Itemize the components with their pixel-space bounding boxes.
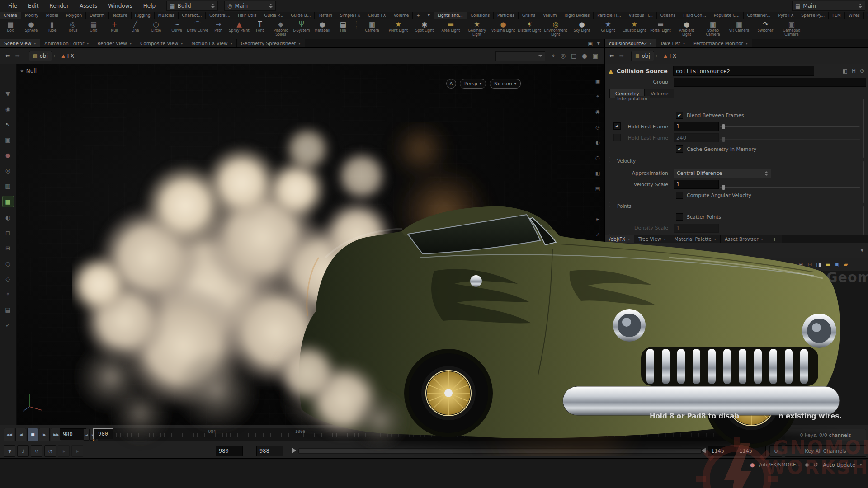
shelf-tool[interactable]: ◎ Environment Light bbox=[542, 19, 569, 37]
breadcrumb-root[interactable]: ▤ obj bbox=[29, 51, 52, 61]
toolbar-icon[interactable]: ⊞ bbox=[3, 243, 14, 253]
network-toolbar-icon[interactable]: ≡ bbox=[787, 261, 796, 267]
network-toolbar-icon[interactable]: ⊡ bbox=[805, 261, 814, 267]
display-option-icon[interactable]: ▣ bbox=[593, 76, 602, 85]
shelf-tab[interactable]: Oceans bbox=[657, 12, 679, 19]
network-toolbar-icon[interactable]: ▣ bbox=[832, 261, 841, 267]
shelf-tool[interactable]: ● Sphere bbox=[21, 19, 42, 37]
shelf-tool[interactable]: ● Sky Light bbox=[569, 19, 595, 37]
shelf-tool[interactable]: → Path bbox=[208, 19, 229, 37]
pane-tab[interactable]: Tree View▾ bbox=[634, 235, 670, 243]
shelf-tool[interactable]: ▬ Portal Light bbox=[647, 19, 674, 37]
pathbar-icon[interactable]: ● bbox=[582, 52, 587, 60]
menu-item[interactable]: File bbox=[3, 3, 23, 9]
shelf-tool[interactable]: T Font bbox=[250, 19, 270, 37]
pane-tab[interactable]: collisionsource2▾ bbox=[605, 39, 656, 47]
shelf-tab[interactable]: Create bbox=[0, 12, 21, 19]
display-option-icon[interactable]: ◐ bbox=[593, 138, 602, 147]
update-mode-dropdown[interactable]: Auto Update bbox=[823, 462, 855, 468]
toolbar-icon[interactable]: ✓ bbox=[3, 319, 14, 330]
blend-between-frames-checkbox[interactable]: ✔ bbox=[676, 112, 683, 119]
display-option-icon[interactable]: ○ bbox=[593, 153, 602, 162]
group-field[interactable] bbox=[674, 78, 866, 87]
hold-last-frame-slider[interactable] bbox=[720, 139, 860, 140]
chevron-down-icon[interactable]: ▼ bbox=[861, 249, 868, 253]
transport-button[interactable]: ◀ bbox=[15, 428, 26, 441]
pane-tab[interactable]: Motion FX View▾ bbox=[187, 39, 236, 47]
display-option-icon[interactable]: ◉ bbox=[593, 107, 602, 116]
shelf-tool[interactable]: ▣ Stereo Camera bbox=[700, 19, 726, 37]
network-toolbar-icon[interactable]: ▰ bbox=[841, 261, 850, 267]
cache-geometry-checkbox[interactable]: ✔ bbox=[676, 145, 683, 153]
toolbar-icon[interactable]: ◐ bbox=[3, 212, 14, 223]
network-node[interactable] bbox=[618, 414, 635, 421]
display-option-icon[interactable]: ⊞ bbox=[593, 215, 602, 224]
playbar-option-icon[interactable]: ◔ bbox=[44, 445, 56, 457]
playhead-marker[interactable]: 980 bbox=[93, 428, 113, 439]
network-menu-item[interactable]: Layout bbox=[722, 261, 746, 267]
shelf-tool[interactable]: ◎ Torus bbox=[62, 19, 83, 37]
breadcrumb-current[interactable]: ▲ FX bbox=[57, 51, 78, 61]
network-canvas[interactable]: Geometry blast5 attribdelete1 bbox=[605, 271, 868, 425]
pathbar-icon[interactable]: ◎ bbox=[561, 52, 566, 60]
shelf-tool[interactable]: ▣ Camera bbox=[359, 19, 385, 37]
shelf-tab[interactable]: Guide B... bbox=[287, 12, 315, 19]
current-frame-field[interactable]: 980 bbox=[60, 428, 86, 440]
cook-path-label[interactable]: /obj/FX/SMOKE... bbox=[760, 462, 801, 468]
playbar-option-icon[interactable]: ▸ bbox=[58, 445, 70, 457]
spinner-icon[interactable] bbox=[805, 463, 809, 467]
network-toolbar-icon[interactable]: ⊞ bbox=[796, 261, 805, 267]
toolbar-icon[interactable]: ▣ bbox=[3, 134, 14, 145]
network-menu-item[interactable]: Go bbox=[671, 261, 684, 267]
display-option-icon[interactable]: ◧ bbox=[593, 169, 602, 178]
shelf-tab[interactable]: Guide P... bbox=[260, 12, 287, 19]
display-option-icon[interactable]: ↗ bbox=[593, 245, 602, 254]
recook-icon[interactable]: ↺ bbox=[813, 461, 818, 468]
breadcrumb-current[interactable]: ▲ FX bbox=[660, 245, 680, 256]
toolbar-icon[interactable]: ◎ bbox=[3, 165, 14, 176]
toolbar-icon[interactable]: ■ bbox=[2, 196, 14, 207]
forward-icon[interactable]: ➡ bbox=[617, 246, 627, 255]
network-menu-item[interactable]: Help bbox=[746, 261, 764, 267]
new-pane-tab-button[interactable]: + bbox=[767, 235, 782, 243]
pane-menu-icon[interactable]: ▼ bbox=[597, 42, 600, 46]
frame-step-back-button[interactable]: ◂ bbox=[83, 429, 90, 441]
compute-angular-checkbox[interactable]: ✔ bbox=[676, 192, 683, 199]
network-node[interactable] bbox=[720, 274, 742, 282]
shelf-tab[interactable]: Simple FX bbox=[336, 12, 364, 19]
shelf-tab[interactable]: Fluid Con... bbox=[679, 12, 710, 19]
shelf-tab[interactable]: Particles bbox=[494, 12, 519, 19]
shelf-tool[interactable]: ▬ Area Light bbox=[438, 19, 464, 37]
shelf-tab[interactable]: Viscous Fl... bbox=[625, 12, 657, 19]
forward-icon[interactable]: ➡ bbox=[13, 52, 23, 61]
toolbar-icon[interactable]: ● bbox=[3, 150, 14, 160]
toolbar-icon[interactable]: ▼ bbox=[3, 88, 14, 99]
pane-split-icon[interactable]: ▣ bbox=[588, 41, 592, 47]
shelf-tool[interactable]: ● Ambient Light bbox=[674, 19, 700, 37]
shelf-tool[interactable]: ◆ Platonic Solids bbox=[270, 19, 291, 37]
breadcrumb-current[interactable]: ▲ FX bbox=[660, 51, 680, 61]
toolbar-icon[interactable]: ⌖ bbox=[3, 289, 14, 300]
pane-tab[interactable]: /obj/FX▾ bbox=[605, 235, 634, 243]
display-option-icon[interactable]: ◎ bbox=[593, 122, 602, 131]
toolbar-icon[interactable]: ◻ bbox=[3, 227, 14, 238]
shelf-tab[interactable]: Lights and... bbox=[434, 12, 467, 19]
density-scale-field[interactable]: 1 bbox=[674, 224, 719, 233]
back-icon[interactable]: ⬅ bbox=[3, 52, 13, 61]
shelf-tool[interactable]: ■ Box bbox=[0, 19, 21, 37]
playbar-option-icon[interactable]: ▸ bbox=[71, 445, 83, 457]
back-icon[interactable]: ⬅ bbox=[607, 52, 617, 61]
param-header-icon[interactable]: ◧ bbox=[843, 68, 848, 74]
shelf-tool[interactable]: ★ GI Light bbox=[595, 19, 621, 37]
back-icon[interactable]: ⬅ bbox=[607, 246, 617, 255]
shelf-tab[interactable]: Sparse Py... bbox=[797, 12, 829, 19]
shelf-tool[interactable]: ╱ Line bbox=[125, 19, 146, 37]
keyframe-options-icon[interactable]: ▤ bbox=[769, 429, 782, 441]
menu-item[interactable]: Assets bbox=[74, 3, 103, 9]
shelf-tab[interactable]: Collisions bbox=[467, 12, 494, 19]
shelf-tool[interactable]: ★ Caustic Light bbox=[621, 19, 647, 37]
shelf-tab[interactable]: Populate C... bbox=[710, 12, 744, 19]
auto-key-icon[interactable]: ⊙ bbox=[769, 445, 782, 457]
display-option-icon[interactable]: ≡ bbox=[593, 199, 602, 208]
toolbar-icon[interactable]: ↖ bbox=[3, 119, 14, 130]
